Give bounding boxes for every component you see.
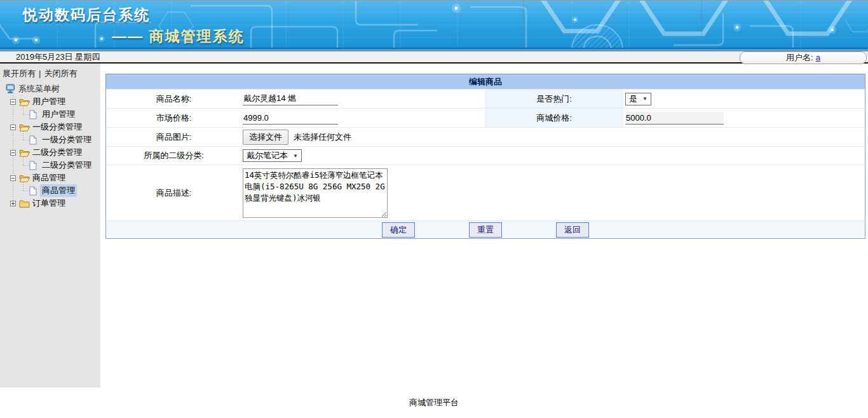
back-button[interactable]: 返回 bbox=[556, 222, 589, 238]
footer-text: 商城管理平台 bbox=[0, 397, 868, 408]
tree-item-category1-mgmt[interactable]: 一级分类管理 bbox=[2, 133, 100, 146]
tree-connector bbox=[20, 184, 29, 197]
is-hot-selected-value: 是 bbox=[629, 93, 637, 105]
computer-icon bbox=[6, 84, 15, 94]
is-hot-label: 是否热门: bbox=[485, 90, 623, 108]
product-name-input[interactable] bbox=[243, 93, 338, 105]
confirm-button[interactable]: 确定 bbox=[382, 222, 415, 238]
tree-connector bbox=[20, 133, 29, 146]
tree-toolbar: 展开所有|关闭所有 bbox=[2, 69, 100, 80]
chevron-down-icon: ▼ bbox=[293, 153, 298, 159]
tree-folder-label: 商品管理 bbox=[32, 172, 65, 184]
mall-price-label: 商城价格: bbox=[485, 109, 623, 127]
expand-toggle-icon[interactable] bbox=[10, 201, 16, 206]
market-price-label: 市场价格: bbox=[106, 109, 241, 127]
edit-product-form: 编辑商品 商品名称: 是否热门: 是 ▼ 市场价格: bbox=[105, 74, 865, 239]
description-textarea[interactable]: 14英寸英特尔酷睿i5轻薄窄边框笔记本电脑(i5-8265U 8G 256G M… bbox=[243, 168, 388, 218]
tree-item-user-mgmt[interactable]: 用户管理 bbox=[2, 108, 100, 121]
tree-connector bbox=[20, 108, 29, 121]
toolbar-divider: | bbox=[39, 69, 41, 78]
tree-item-category2-mgmt[interactable]: 二级分类管理 bbox=[2, 159, 100, 172]
tree-item-label-selected: 商品管理 bbox=[40, 184, 77, 197]
document-icon bbox=[29, 135, 37, 145]
tree-folder-label: 一级分类管理 bbox=[32, 121, 82, 133]
tree-folder-category2-mgmt[interactable]: 二级分类管理 bbox=[2, 146, 100, 159]
folder-open-icon bbox=[19, 174, 30, 182]
expand-all-link[interactable]: 展开所有 bbox=[3, 69, 36, 78]
is-hot-select[interactable]: 是 ▼ bbox=[625, 93, 651, 105]
form-title: 编辑商品 bbox=[106, 74, 865, 89]
collapse-toggle-icon[interactable] bbox=[10, 175, 16, 181]
folder-open-icon bbox=[19, 149, 30, 157]
tree-folder-label: 订单管理 bbox=[32, 198, 65, 209]
tree-item-label: 二级分类管理 bbox=[40, 159, 93, 172]
description-label: 商品描述: bbox=[106, 165, 241, 220]
tree-folder-label: 用户管理 bbox=[32, 96, 65, 107]
folder-open-icon bbox=[19, 98, 30, 106]
collapse-toggle-icon[interactable] bbox=[10, 99, 16, 105]
choose-file-button[interactable]: 选择文件 bbox=[243, 130, 288, 145]
tree-item-label: 一级分类管理 bbox=[40, 133, 93, 146]
date-bar: 2019年5月23日 星期四 用户名:a bbox=[0, 51, 868, 64]
document-icon bbox=[29, 110, 37, 119]
user-box: 用户名:a bbox=[740, 51, 867, 64]
tree-item-product-mgmt[interactable]: 商品管理 bbox=[2, 184, 100, 197]
tree-root-system-menu[interactable]: 系统菜单树 bbox=[2, 83, 100, 95]
tree-item-label: 用户管理 bbox=[40, 108, 77, 121]
tree-folder-user-mgmt[interactable]: 用户管理 bbox=[2, 95, 100, 108]
collapse-toggle-icon[interactable] bbox=[10, 150, 16, 156]
category-selected-value: 戴尔笔记本 bbox=[247, 150, 288, 161]
mall-price-input[interactable] bbox=[625, 112, 724, 125]
collapse-all-link[interactable]: 关闭所有 bbox=[44, 69, 77, 78]
app-title: 悦动数码后台系统 bbox=[23, 5, 150, 25]
tree-root-label: 系统菜单树 bbox=[18, 83, 60, 95]
app-subtitle: —— 商城管理系统 bbox=[112, 27, 244, 46]
folder-closed-icon bbox=[19, 199, 30, 208]
form-actions: 确定 重置 返回 bbox=[106, 220, 865, 238]
chevron-down-icon: ▼ bbox=[642, 96, 648, 102]
tree-connector bbox=[20, 159, 29, 172]
file-status-text: 未选择任何文件 bbox=[294, 131, 351, 143]
tree-folder-order-mgmt[interactable]: 订单管理 bbox=[2, 197, 100, 210]
collapse-toggle-icon[interactable] bbox=[10, 125, 16, 130]
username-label: 用户名: bbox=[786, 53, 813, 62]
product-image-label: 商品图片: bbox=[106, 128, 241, 146]
menu-tree: 系统菜单树 用户管理 用户管理 一级 bbox=[2, 83, 100, 210]
folder-open-icon bbox=[19, 123, 30, 131]
product-name-label: 商品名称: bbox=[106, 90, 241, 108]
current-date: 2019年5月23日 星期四 bbox=[16, 52, 100, 62]
tree-folder-product-mgmt[interactable]: 商品管理 bbox=[2, 172, 100, 184]
document-icon bbox=[29, 186, 37, 196]
category-select[interactable]: 戴尔笔记本 ▼ bbox=[243, 149, 302, 162]
category-label: 所属的二级分类: bbox=[106, 147, 241, 165]
tree-folder-label: 二级分类管理 bbox=[32, 147, 82, 158]
app-banner: 悦动数码后台系统 —— 商城管理系统 bbox=[0, 0, 868, 48]
market-price-input[interactable] bbox=[243, 112, 338, 125]
reset-button[interactable]: 重置 bbox=[469, 222, 502, 238]
main-panel: 编辑商品 商品名称: 是否热门: 是 ▼ 市场价格: bbox=[100, 64, 868, 239]
sidebar-menu: 展开所有|关闭所有 系统菜单树 用户管理 bbox=[0, 64, 100, 388]
tree-folder-category1-mgmt[interactable]: 一级分类管理 bbox=[2, 121, 100, 133]
document-icon bbox=[29, 161, 37, 170]
username-link[interactable]: a bbox=[816, 53, 820, 62]
